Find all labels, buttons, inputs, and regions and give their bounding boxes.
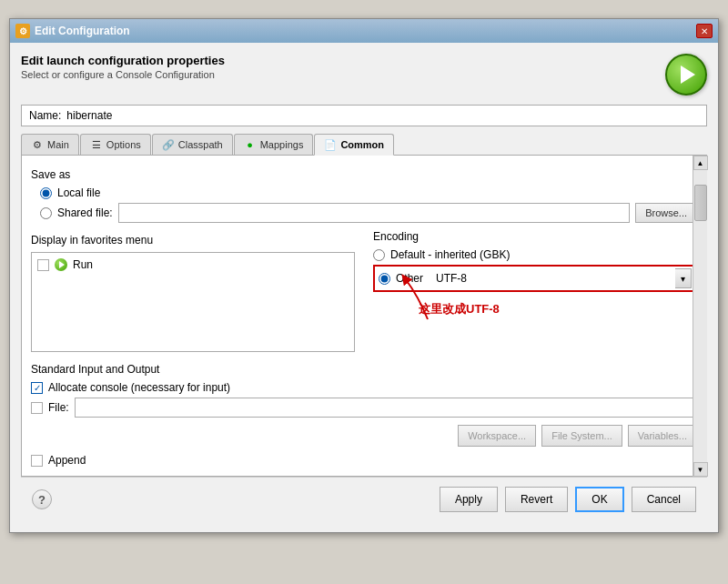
two-column-section: Display in favorites menu Run [31,230,697,352]
run-checkbox[interactable] [37,259,49,271]
title-bar-left: ⚙ Edit Configuration [15,24,130,38]
right-column: Encoding Default - inherited (GBK) Other [373,230,697,352]
file-input[interactable] [75,398,697,418]
tab-classpath-label: Classpath [178,139,223,150]
list-item: Run [35,257,350,273]
run-item-label: Run [73,258,93,271]
tab-options[interactable]: ☰ Options [80,134,151,155]
shared-file-option: Shared file: Browse... [40,203,697,223]
filesystem-button[interactable]: File System... [541,425,622,447]
main-window: ⚙ Edit Configuration ✕ Edit launch confi… [9,18,719,533]
default-encoding-option: Default - inherited (GBK) [373,248,697,261]
page-title: Edit launch configuration properties [21,54,225,67]
help-button[interactable]: ? [32,489,52,509]
cancel-button[interactable]: Cancel [632,487,696,512]
encoding-section: Encoding Default - inherited (GBK) Other [373,230,697,292]
tab-classpath[interactable]: 🔗 Classpath [152,134,233,155]
main-content: Save as Local file Shared file: Browse..… [21,156,707,477]
scrollbar-thumb[interactable] [694,185,707,221]
local-file-label: Local file [57,186,100,199]
name-value: hibernate [66,109,699,122]
common-tab-icon: 📄 [324,138,337,151]
options-tab-icon: ☰ [90,138,103,151]
std-io-section: Standard Input and Output ✓ Allocate con… [31,363,697,467]
std-io-label: Standard Input and Output [31,363,697,376]
title-bar: ⚙ Edit Configuration ✕ [10,19,718,43]
variables-button[interactable]: Variables... [628,425,697,447]
run-button[interactable] [665,54,707,96]
revert-button[interactable]: Revert [505,487,568,512]
scroll-down-button[interactable]: ▼ [693,462,708,477]
page-subtitle: Select or configure a Console Configurat… [21,69,225,80]
allocate-console-row: ✓ Allocate console (necessary for input) [31,381,697,394]
allocate-console-label: Allocate console (necessary for input) [48,381,230,394]
tab-common-label: Common [340,139,384,150]
tab-common[interactable]: 📄 Common [314,134,394,156]
scrollbar[interactable]: ▲ ▼ [693,156,707,477]
run-item-icon [55,258,67,271]
mappings-tab-icon: ● [244,138,257,151]
local-file-radio[interactable] [40,187,52,199]
tab-mappings[interactable]: ● Mappings [234,134,314,155]
bottom-right-buttons: Apply Revert OK Cancel [440,487,696,512]
encoding-dropdown-arrow[interactable]: ▾ [675,268,692,288]
tab-mappings-label: Mappings [260,139,304,150]
close-button[interactable]: ✕ [696,24,713,38]
workspace-buttons: Workspace... File System... Variables... [31,425,697,447]
run-icon [681,65,695,84]
bottom-bar: ? Apply Revert OK Cancel [21,477,707,521]
append-checkbox[interactable] [31,455,43,467]
append-row: Append [31,454,697,467]
title-controls: ✕ [696,24,713,38]
name-label: Name: [29,109,61,122]
default-encoding-radio[interactable] [373,249,385,261]
workspace-button[interactable]: Workspace... [458,425,536,447]
local-file-option[interactable]: Local file [40,186,697,199]
content-area: Save as Local file Shared file: Browse..… [21,156,707,477]
scroll-up-button[interactable]: ▲ [693,156,708,170]
default-encoding-label: Default - inherited (GBK) [390,248,510,261]
favorites-list: Run [31,252,355,352]
apply-button[interactable]: Apply [440,487,498,512]
classpath-tab-icon: 🔗 [162,138,175,151]
save-as-label: Save as [31,168,697,181]
header-section: Edit launch configuration properties Sel… [21,54,707,96]
ok-button[interactable]: OK [575,487,623,512]
browse-button[interactable]: Browse... [635,203,697,223]
file-checkbox[interactable] [31,402,43,414]
other-encoding-radio[interactable] [379,273,390,285]
tab-main[interactable]: ⚙ Main [21,134,79,155]
encoding-label: Encoding [373,230,697,243]
shared-file-radio[interactable] [40,207,52,219]
file-label: File: [48,401,69,414]
append-label: Append [48,454,86,467]
file-row: File: [31,398,697,418]
content-wrapper: Save as Local file Shared file: Browse..… [21,156,707,477]
tab-main-label: Main [47,139,69,150]
shared-file-label: Shared file: [57,206,113,219]
favorites-label: Display in favorites menu [31,234,355,247]
app-icon: ⚙ [15,24,30,38]
run-triangle-icon [59,261,65,268]
utf8-annotation: 这里改成UTF-8 [419,301,500,317]
allocate-console-checkbox[interactable]: ✓ [31,382,43,394]
header-text: Edit launch configuration properties Sel… [21,54,225,80]
save-as-options: Local file Shared file: Browse... [40,186,697,223]
window-title: Edit Configuration [35,25,130,37]
main-tab-icon: ⚙ [31,138,44,151]
name-row: Name: hibernate [21,105,707,126]
tabs-bar: ⚙ Main ☰ Options 🔗 Classpath ● Mappings … [21,134,707,156]
tab-options-label: Options [106,139,141,150]
encoding-input[interactable] [432,269,670,287]
shared-file-input[interactable] [118,203,630,223]
left-column: Display in favorites menu Run [31,230,355,352]
window-body: Edit launch configuration properties Sel… [10,43,718,532]
